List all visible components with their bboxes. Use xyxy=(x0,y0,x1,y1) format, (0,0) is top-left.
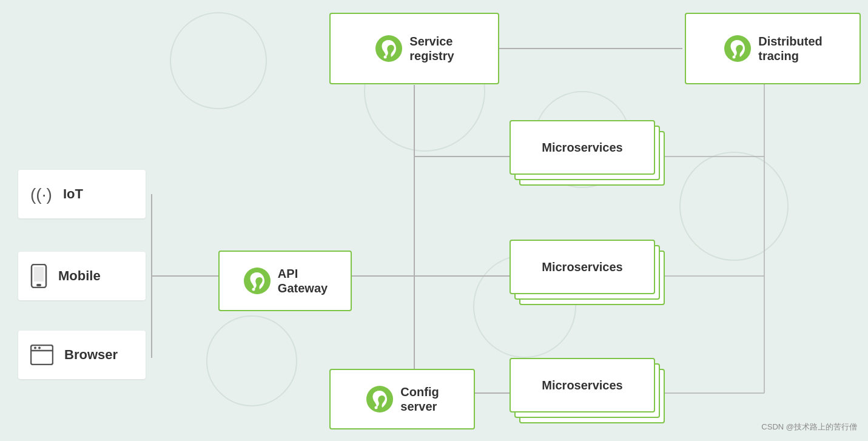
ms-card-1-front: Microservices xyxy=(510,120,655,175)
distributed-tracing-box: Distributed tracing xyxy=(685,13,861,84)
ms-card-2-front: Microservices xyxy=(510,240,655,294)
svg-point-21 xyxy=(38,347,41,349)
microservices-stack-3: Microservices xyxy=(510,358,667,431)
svg-point-20 xyxy=(34,347,36,349)
svg-rect-16 xyxy=(36,284,41,286)
api-gateway-box: API Gateway xyxy=(218,251,352,311)
distributed-tracing-label: Distributed tracing xyxy=(758,34,823,63)
svg-rect-17 xyxy=(34,267,44,281)
browser-client: Browser xyxy=(18,331,146,379)
ms-label-1: Microservices xyxy=(542,141,622,155)
service-registry-box: Service registry xyxy=(329,13,499,84)
mobile-label: Mobile xyxy=(58,268,101,284)
iot-icon: ((·)) xyxy=(30,183,52,205)
config-server-label: Config server xyxy=(400,385,439,414)
ms-label-3: Microservices xyxy=(542,379,622,392)
iot-client: ((·)) IoT xyxy=(18,170,146,218)
browser-icon xyxy=(30,345,53,365)
svg-text:((·)): ((·)) xyxy=(30,185,52,204)
svg-point-22 xyxy=(375,35,402,62)
svg-point-29 xyxy=(375,406,378,409)
config-server-box: Config server xyxy=(329,369,475,429)
distributed-tracing-icon xyxy=(723,34,752,63)
microservices-stack-2: Microservices xyxy=(510,240,667,312)
ms-label-2: Microservices xyxy=(542,260,622,274)
microservices-stack-1: Microservices xyxy=(510,120,667,193)
svg-point-28 xyxy=(366,386,393,412)
browser-label: Browser xyxy=(64,347,118,363)
svg-point-26 xyxy=(244,268,271,294)
iot-label: IoT xyxy=(63,186,83,202)
ms-card-3-front: Microservices xyxy=(510,358,655,412)
watermark-4 xyxy=(679,152,789,261)
api-gateway-label: API Gateway xyxy=(278,266,328,295)
diagram-container: ((·)) IoT Mobile Browser Service registr… xyxy=(0,0,868,441)
service-registry-label: Service registry xyxy=(409,34,454,63)
config-server-icon xyxy=(365,385,394,414)
svg-point-23 xyxy=(384,56,387,59)
watermark-1 xyxy=(170,12,267,109)
attribution: CSDN @技术路上的苦行僧 xyxy=(761,422,857,433)
watermark-6 xyxy=(206,315,297,406)
svg-point-27 xyxy=(252,288,255,291)
api-gateway-icon xyxy=(243,266,272,295)
svg-point-25 xyxy=(733,56,736,59)
mobile-icon xyxy=(30,264,47,288)
svg-point-24 xyxy=(724,35,751,62)
mobile-client: Mobile xyxy=(18,252,146,300)
service-registry-icon xyxy=(374,34,403,63)
